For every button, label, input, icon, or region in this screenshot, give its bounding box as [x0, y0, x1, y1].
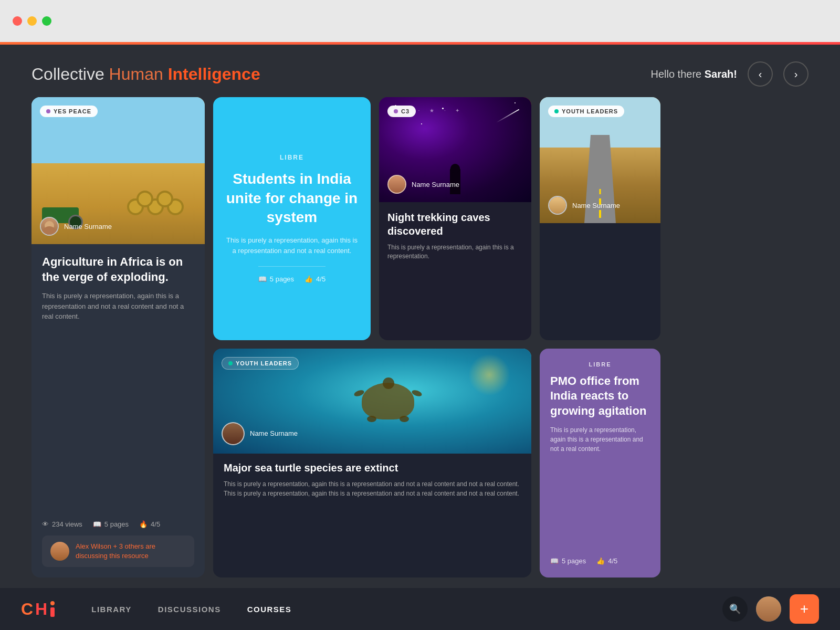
card1-desc: This is purely a representation, again t… [42, 291, 194, 505]
card-agriculture[interactable]: YES PEACE Name Surname Agriculture in Af… [32, 97, 205, 578]
browser-chrome [0, 0, 840, 42]
card6-rating-val: 4/5 [608, 557, 617, 565]
badge-yes-peace: YES PEACE [40, 106, 98, 117]
nav-courses[interactable]: COURSES [247, 605, 292, 614]
card-pmo[interactable]: LIBRE PMO office from India reacts to gr… [540, 349, 660, 578]
card6-title: PMO office from India reacts to growing … [550, 374, 650, 419]
badge-dot-c3 [394, 109, 398, 113]
author-name: Name Surname [64, 223, 112, 230]
app-container: Collective Human Intelligence Hello ther… [0, 45, 840, 630]
card1-title: Agriculture in Africa is on the verge of… [42, 255, 194, 285]
logo-collective: Collective [32, 65, 109, 83]
search-icon: 🔍 [729, 603, 741, 615]
plus-icon: + [800, 601, 808, 617]
header-right: Hello there Sarah! ‹ › [650, 61, 808, 87]
card5-body: Major sea turtle species are extinct Thi… [213, 454, 531, 507]
card6-pages: 📖 5 pages [550, 557, 586, 565]
discussion-avatar [50, 542, 69, 561]
user-avatar[interactable] [756, 596, 781, 622]
card2-label: LIBRE [280, 154, 304, 161]
discussion-text: Alex Wilson + 3 others are discussing th… [76, 542, 186, 561]
card3-title: Night trekking caves discovered [387, 211, 523, 238]
chi-c: C [21, 600, 33, 619]
card-youth-leaders[interactable]: YOUTH LEADERS Name Surname [540, 97, 660, 340]
card2-pages: 📖 5 pages [258, 275, 294, 283]
views-stat: 👁 234 views [42, 520, 82, 528]
chi-logo: C H [21, 600, 55, 619]
greeting: Hello there Sarah! [650, 68, 737, 80]
thumb-icon-6: 👍 [596, 557, 605, 565]
card-students[interactable]: LIBRE Students in India unite for change… [213, 97, 371, 340]
card2-desc: This is purely a representation, again t… [226, 235, 358, 256]
card6-desc: This is purely a representation, again t… [550, 425, 650, 544]
fire-icon: 🔥 [139, 520, 148, 528]
search-button[interactable]: 🔍 [722, 596, 748, 622]
thumb-icon: 👍 [304, 275, 313, 283]
rating-stat: 🔥 4/5 [139, 520, 160, 528]
card6-stats: 📖 5 pages 👍 4/5 [550, 551, 650, 565]
card2-pages-val: 5 pages [270, 275, 294, 283]
chi-i [50, 601, 55, 617]
nav-discussions[interactable]: DISCUSSIONS [158, 605, 221, 614]
card2-rating-val: 4/5 [316, 275, 326, 283]
card6-label: LIBRE [550, 361, 650, 368]
greeting-name: Sarah! [705, 68, 737, 80]
card2-title: Students in India unite for change in sy… [226, 170, 358, 227]
bottom-nav: C H LIBRARY DISCUSSIONS COURSES 🔍 + [0, 588, 840, 630]
nav-library[interactable]: LIBRARY [91, 605, 132, 614]
add-button[interactable]: + [790, 594, 819, 624]
card4-image: YOUTH LEADERS Name Surname [540, 97, 660, 223]
close-button[interactable] [13, 16, 22, 26]
card5-image: YOUTH LEADERS Name Surname [213, 349, 531, 454]
card5-desc: This is purely a representation, again t… [224, 479, 521, 498]
card-sea-turtle[interactable]: YOUTH LEADERS Name Surname Major sea tur… [213, 349, 531, 578]
card1-body: Agriculture in Africa is on the verge of… [32, 244, 205, 578]
views-count: 234 views [52, 520, 82, 528]
eye-icon: 👁 [42, 520, 49, 528]
chi-dot [50, 601, 55, 605]
card5-author-name: Name Surname [250, 429, 298, 437]
author-avatar [40, 217, 59, 236]
next-button[interactable]: › [783, 61, 808, 87]
card6-pages-val: 5 pages [562, 557, 586, 565]
badge-c3: C3 [387, 106, 416, 117]
badge-dot [46, 109, 50, 113]
badge-dot-youth [554, 109, 559, 113]
maximize-button[interactable] [42, 16, 51, 26]
pages-count: 5 pages [104, 520, 129, 528]
badge-youth-label: YOUTH LEADERS [562, 108, 618, 114]
card5-author: Name Surname [222, 422, 298, 445]
badge-yes-peace-label: YES PEACE [54, 108, 91, 114]
badge-youth2-label: YOUTH LEADERS [236, 360, 292, 366]
nav-left: C H LIBRARY DISCUSSIONS COURSES [21, 600, 291, 619]
rating-value: 4/5 [151, 520, 160, 528]
card6-rating: 👍 4/5 [596, 557, 617, 565]
card3-body: Night trekking caves discovered This is … [379, 202, 531, 340]
card-night-trekking[interactable]: C3 Name Surname Night trekking caves dis… [379, 97, 531, 340]
card5-title: Major sea turtle species are extinct [224, 462, 521, 474]
card2-stats: 📖 5 pages 👍 4/5 [258, 266, 326, 283]
card1-stats: 👁 234 views 📖 5 pages 🔥 4/5 [42, 514, 194, 528]
card3-desc: This is purely a representation, again t… [387, 243, 523, 261]
logo-human: Human [109, 65, 168, 83]
card3-avatar [387, 175, 406, 194]
header: Collective Human Intelligence Hello ther… [0, 45, 840, 97]
minimize-button[interactable] [27, 16, 37, 26]
pages-stat: 📖 5 pages [93, 520, 129, 528]
card4-author: Name Surname [548, 196, 620, 215]
app-logo: Collective Human Intelligence [32, 65, 260, 84]
discussion-box[interactable]: Alex Wilson + 3 others are discussing th… [42, 536, 194, 567]
nav-right: 🔍 + [722, 594, 819, 624]
book-icon-6: 📖 [550, 557, 559, 565]
book-icon: 📖 [93, 520, 101, 528]
book-icon-2: 📖 [258, 275, 267, 283]
card2-rating: 👍 4/5 [304, 275, 326, 283]
prev-button[interactable]: ‹ [748, 61, 773, 87]
cards-grid: YES PEACE Name Surname Agriculture in Af… [32, 97, 808, 578]
logo-intelligence: Intelligence [168, 65, 260, 83]
badge-dot-youth2 [228, 361, 233, 365]
badge-youth-leaders: YOUTH LEADERS [548, 106, 624, 117]
card3-author: Name Surname [387, 175, 459, 194]
card3-author-name: Name Surname [412, 181, 459, 188]
card1-author: Name Surname [40, 217, 112, 236]
